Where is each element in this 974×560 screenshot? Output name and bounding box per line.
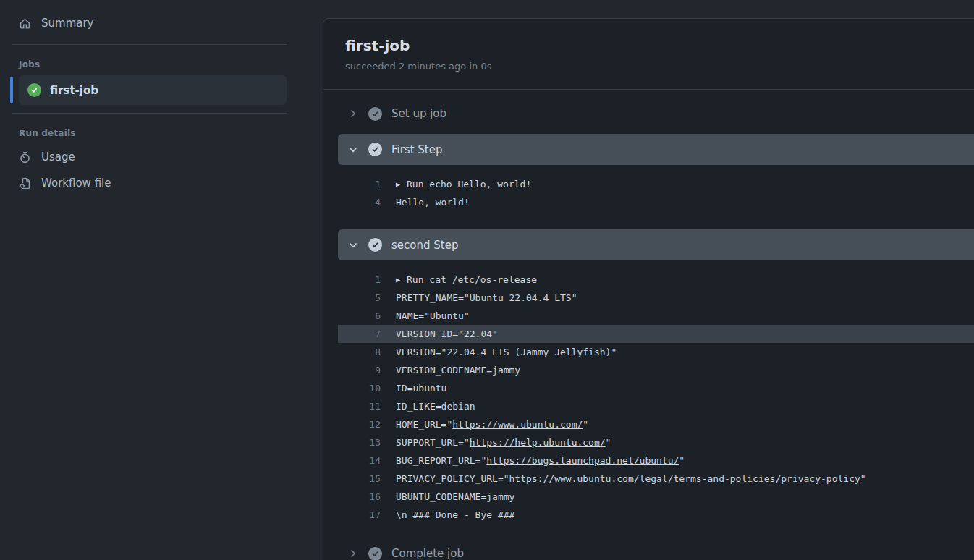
log-line[interactable]: 6 NAME="Ubuntu" (338, 307, 974, 325)
step-group: Set up job (338, 100, 974, 127)
log-line-number[interactable]: 17 (338, 509, 381, 520)
log-line-number[interactable]: 12 (338, 419, 381, 430)
sidebar-item-label: Summary (41, 17, 94, 30)
log-line-number[interactable]: 6 (338, 310, 381, 321)
log-line[interactable]: 12 HOME_URL="https://www.ubuntu.com/" (338, 415, 974, 433)
log-line-number[interactable]: 1 (338, 179, 381, 190)
log-link[interactable]: https://bugs.launchpad.net/ubuntu/ (486, 455, 679, 466)
log-link[interactable]: https://www.ubuntu.com/ (452, 419, 583, 430)
log-line[interactable]: 13 SUPPORT_URL="https://help.ubuntu.com/… (338, 433, 974, 451)
log-line[interactable]: 17 \n ### Done - Bye ### (338, 506, 974, 524)
group-expand-icon[interactable]: ▶ (396, 180, 400, 188)
step-header[interactable]: Set up job (338, 100, 974, 127)
step-header[interactable]: second Step (338, 229, 974, 260)
sidebar-divider (12, 44, 287, 45)
chevron-icon[interactable] (347, 239, 359, 251)
log-line[interactable]: 1 ▶Run echo Hello, world! (338, 175, 974, 193)
log-line[interactable]: 14 BUG_REPORT_URL="https://bugs.launchpa… (338, 451, 974, 470)
log-line-number[interactable]: 14 (338, 455, 381, 466)
log-line-text: Hello, world! (381, 197, 470, 208)
log-line[interactable]: 9 VERSION_CODENAME=jammy (338, 361, 974, 379)
log-line[interactable]: 15 PRIVACY_POLICY_URL="https://www.ubunt… (338, 470, 974, 488)
log-line-text: VERSION_CODENAME=jammy (381, 365, 520, 376)
sidebar-item-summary[interactable]: Summary (12, 10, 287, 36)
job-title: first-job (345, 37, 974, 54)
log-line-text: ID=ubuntu (381, 383, 446, 394)
log-line-number[interactable]: 7 (338, 328, 381, 339)
step-group: second Step 1 ▶Run cat /etc/os-release 5… (338, 229, 974, 535)
step-success-check-icon (368, 547, 382, 560)
log-line-text: SUPPORT_URL="https://help.ubuntu.com/" (381, 437, 611, 448)
log-line-number[interactable]: 9 (338, 365, 381, 376)
log-line-number[interactable]: 4 (338, 197, 381, 208)
log-line[interactable]: 16 UBUNTU_CODENAME=jammy (338, 488, 974, 506)
log-line-text: PRETTY_NAME="Ubuntu 22.04.4 LTS" (381, 292, 577, 303)
group-expand-icon[interactable]: ▶ (396, 276, 400, 284)
chevron-icon[interactable] (347, 144, 359, 156)
log-line-number[interactable]: 8 (338, 347, 381, 357)
log-line-text: VERSION="22.04.4 LTS (Jammy Jellyfish)" (381, 347, 617, 357)
step-header[interactable]: Complete job (338, 540, 974, 560)
sidebar-divider (12, 113, 287, 114)
job-run-card: first-job succeeded 2 minutes ago in 0s … (323, 18, 974, 560)
step-title: First Step (391, 143, 443, 156)
log-line-text: ID_LIKE=debian (381, 401, 475, 412)
job-name: first-job (50, 84, 98, 97)
sidebar-item-label: Workflow file (41, 177, 111, 190)
log-line-text: VERSION_ID="22.04" (381, 328, 498, 339)
log-line-number[interactable]: 15 (338, 473, 381, 484)
job-success-check-icon (27, 83, 41, 97)
log-line-text: UBUNTU_CODENAME=jammy (381, 491, 514, 502)
home-icon (19, 17, 31, 30)
log-line-number[interactable]: 16 (338, 491, 381, 502)
step-group: Complete job (338, 540, 974, 560)
log-link[interactable]: https://www.ubuntu.com/legal/terms-and-p… (509, 473, 860, 484)
log-line[interactable]: 8 VERSION="22.04.4 LTS (Jammy Jellyfish)… (338, 343, 974, 361)
log-line[interactable]: 7 VERSION_ID="22.04" (338, 325, 974, 343)
sidebar-item-label: Usage (41, 150, 75, 164)
log-line[interactable]: 11 ID_LIKE=debian (338, 397, 974, 415)
file-code-icon (19, 177, 31, 190)
log-line-text: HOME_URL="https://www.ubuntu.com/" (381, 419, 588, 430)
log-line-text: PRIVACY_POLICY_URL="https://www.ubuntu.c… (381, 473, 866, 484)
stopwatch-icon (19, 151, 31, 164)
log-line-text: BUG_REPORT_URL="https://bugs.launchpad.n… (381, 455, 685, 466)
actions-run-page: Summary Jobs first-job Run details Usage… (0, 0, 974, 560)
log-line-text: NAME="Ubuntu" (381, 310, 470, 321)
step-success-check-icon (368, 238, 382, 252)
log-line[interactable]: 5 PRETTY_NAME="Ubuntu 22.04.4 LTS" (338, 289, 974, 307)
job-header: first-job succeeded 2 minutes ago in 0s (323, 19, 974, 90)
log-line-number[interactable]: 10 (338, 383, 381, 394)
step-success-check-icon (368, 143, 382, 156)
chevron-icon[interactable] (347, 108, 359, 119)
step-success-check-icon (368, 107, 382, 121)
log-line-text: \n ### Done - Bye ### (381, 509, 514, 520)
step-title: Complete job (391, 547, 464, 560)
step-header[interactable]: First Step (338, 134, 974, 165)
step-group: First Step 1 ▶Run echo Hello, world! 4 H… (338, 134, 974, 223)
step-title: second Step (391, 239, 458, 252)
log-line-number[interactable]: 5 (338, 292, 381, 303)
step-title: Set up job (391, 107, 446, 120)
log-line-number[interactable]: 11 (338, 401, 381, 412)
active-job-accent-bar (10, 77, 13, 103)
log-link[interactable]: https://help.ubuntu.com/ (470, 437, 606, 448)
sidebar-item-first-job[interactable]: first-job (19, 75, 287, 105)
log-line-number[interactable]: 13 (338, 437, 381, 448)
log-line[interactable]: 4 Hello, world! (338, 193, 974, 211)
run-details-section-label: Run details (12, 122, 287, 144)
log-line-text: ▶Run echo Hello, world! (381, 179, 531, 190)
sidebar: Summary Jobs first-job Run details Usage… (0, 0, 298, 560)
job-status-subtitle: succeeded 2 minutes ago in 0s (345, 61, 974, 72)
log-line-text: ▶Run cat /etc/os-release (381, 274, 537, 285)
jobs-section-label: Jobs (12, 53, 287, 75)
step-log-block: 1 ▶Run cat /etc/os-release 5 PRETTY_NAME… (338, 260, 974, 535)
chevron-icon[interactable] (347, 548, 359, 559)
sidebar-item-usage[interactable]: Usage (12, 144, 287, 170)
step-log-block: 1 ▶Run echo Hello, world! 4 Hello, world… (338, 165, 974, 223)
log-line-number[interactable]: 1 (338, 274, 381, 285)
sidebar-item-workflow-file[interactable]: Workflow file (12, 170, 287, 196)
log-line[interactable]: 10 ID=ubuntu (338, 379, 974, 397)
steps-list: Set up job First Step 1 ▶Run echo Hello,… (323, 90, 974, 560)
log-line[interactable]: 1 ▶Run cat /etc/os-release (338, 271, 974, 289)
